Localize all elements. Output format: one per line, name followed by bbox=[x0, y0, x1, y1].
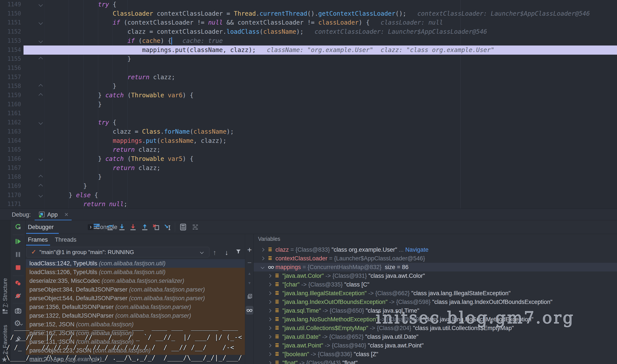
chevron-expanded-icon[interactable] bbox=[261, 265, 265, 269]
variable-row[interactable]: "java.lang.IndexOutOfBoundsException" ->… bbox=[254, 298, 617, 306]
chevron-collapsed-icon[interactable] bbox=[268, 318, 271, 321]
chevron-collapsed-icon[interactable] bbox=[268, 326, 271, 330]
variable-row[interactable]: "java.util.Date" -> {Class@652} "class j… bbox=[254, 332, 617, 341]
step-into-icon[interactable] bbox=[118, 223, 126, 231]
navigate-link[interactable]: Navigate bbox=[405, 247, 429, 253]
line-number[interactable]: 1150 bbox=[7, 9, 21, 18]
step-out-icon[interactable] bbox=[141, 223, 149, 231]
structure-icon[interactable] bbox=[3, 309, 8, 314]
code-line[interactable]: return clazz; bbox=[54, 145, 160, 154]
run-to-cursor-icon[interactable] bbox=[164, 223, 171, 231]
code-line[interactable]: if (contextClassLoader != null && contex… bbox=[54, 18, 443, 27]
chevron-collapsed-icon[interactable] bbox=[268, 291, 271, 295]
view-breakpoints-icon[interactable] bbox=[14, 280, 22, 287]
fold-marker-icon[interactable] bbox=[39, 39, 43, 43]
code-line[interactable]: } bbox=[54, 100, 102, 109]
stack-frame-row[interactable]: parseObject:544, DefaultJSONParser (com.… bbox=[26, 294, 245, 303]
line-number[interactable]: 1168 bbox=[7, 172, 21, 182]
code-line[interactable]: mappings.put(className, clazz); classNam… bbox=[54, 46, 494, 55]
variables-panel[interactable]: Variables clazz = {Class@833} "class org… bbox=[254, 234, 617, 364]
line-number[interactable]: 1164 bbox=[7, 136, 21, 145]
chevron-collapsed-icon[interactable] bbox=[268, 344, 271, 348]
chevron-collapsed-icon[interactable] bbox=[268, 283, 271, 286]
scroll-down-icon[interactable]: ▼ bbox=[245, 281, 254, 286]
code-line[interactable]: return null; bbox=[54, 200, 127, 209]
code-line[interactable]: } bbox=[54, 172, 102, 182]
variable-row[interactable]: "[boolean" -> {Class@336} "class [Z" bbox=[254, 350, 617, 359]
chevron-collapsed-icon[interactable] bbox=[268, 352, 271, 356]
code-line[interactable]: ClassLoader contextClassLoader = Thread.… bbox=[54, 9, 590, 18]
force-step-into-icon[interactable] bbox=[129, 223, 137, 231]
tab-threads[interactable]: Threads bbox=[55, 234, 77, 246]
line-number[interactable]: 1159 bbox=[7, 91, 21, 100]
chevron-collapsed-icon[interactable] bbox=[268, 335, 271, 339]
fold-marker-icon[interactable] bbox=[39, 2, 43, 7]
rerun-icon[interactable] bbox=[14, 223, 22, 230]
stack-frame-row[interactable]: loadClass:1206, TypeUtils (com.alibaba.f… bbox=[26, 268, 245, 276]
watches-toggle[interactable] bbox=[245, 306, 253, 315]
fold-marker-icon[interactable] bbox=[39, 57, 43, 61]
fold-marker-icon[interactable] bbox=[39, 20, 43, 25]
pause-icon[interactable] bbox=[14, 251, 22, 258]
chevron-collapsed-icon[interactable] bbox=[268, 274, 271, 278]
chevron-collapsed-icon[interactable] bbox=[268, 300, 271, 304]
code-line[interactable]: } bbox=[54, 182, 87, 191]
line-number[interactable]: 1166 bbox=[7, 154, 21, 164]
variable-row[interactable]: "java.awt.Color" -> {Class@931} "class j… bbox=[254, 272, 617, 280]
code-line[interactable]: clazz = Class.forName(className); bbox=[54, 127, 234, 136]
fold-marker-icon[interactable] bbox=[39, 120, 43, 125]
copy-stack-icon[interactable] bbox=[247, 293, 253, 299]
code-line[interactable]: } catch (Throwable var5) { bbox=[54, 154, 193, 164]
sidebar-item-structure[interactable]: 7: Structure bbox=[2, 278, 9, 307]
chevron-collapsed-icon[interactable] bbox=[261, 257, 265, 260]
line-number[interactable]: 1156 bbox=[7, 64, 21, 73]
chevron-collapsed-icon[interactable] bbox=[268, 361, 271, 364]
fold-marker-icon[interactable] bbox=[39, 84, 43, 88]
line-number[interactable]: 1160 bbox=[7, 100, 21, 109]
line-number[interactable]: 1153 bbox=[7, 36, 21, 46]
close-icon[interactable]: ✕ bbox=[64, 209, 69, 221]
tab-frames[interactable]: Frames bbox=[28, 234, 48, 246]
stack-frame-row[interactable]: loadClass:1242, TypeUtils (com.alibaba.f… bbox=[26, 259, 245, 268]
add-watch-icon[interactable]: + bbox=[245, 245, 254, 255]
code-line[interactable]: return clazz; bbox=[54, 73, 175, 82]
line-number[interactable]: 1167 bbox=[7, 164, 21, 173]
remove-watch-icon[interactable]: − bbox=[245, 259, 254, 267]
line-number[interactable]: 1162 bbox=[7, 118, 21, 127]
chevron-collapsed-icon[interactable] bbox=[268, 309, 271, 313]
fold-marker-icon[interactable] bbox=[39, 157, 43, 161]
code-line[interactable]: if (cache) { cache: true bbox=[54, 36, 223, 46]
line-number[interactable]: 1158 bbox=[7, 82, 21, 91]
code-line[interactable]: clazz = contextClassLoader.loadClass(cla… bbox=[54, 27, 487, 36]
resume-icon[interactable] bbox=[14, 238, 22, 245]
line-number[interactable]: 1152 bbox=[7, 27, 21, 36]
mute-breakpoints-icon[interactable] bbox=[14, 292, 22, 299]
line-number[interactable]: 1169 bbox=[7, 182, 21, 191]
next-frame-icon[interactable]: ↓ bbox=[225, 249, 228, 257]
stop-icon[interactable] bbox=[14, 264, 22, 271]
tab-debugger[interactable]: Debugger bbox=[28, 220, 54, 234]
line-number[interactable]: 1163 bbox=[7, 127, 21, 136]
code-line[interactable]: } catch (Throwable var6) { bbox=[54, 91, 193, 100]
tab-app-session[interactable]: App ✕ bbox=[35, 209, 72, 221]
code-line[interactable]: } bbox=[54, 54, 131, 64]
variable-row[interactable]: mappings = {ConcurrentHashMap@832} size … bbox=[254, 263, 617, 272]
fold-marker-icon[interactable] bbox=[39, 184, 43, 188]
show-execution-point-icon[interactable] bbox=[94, 224, 100, 230]
line-number[interactable]: 1157 bbox=[7, 73, 21, 82]
scroll-up-icon[interactable]: ▲ bbox=[245, 272, 254, 276]
camera-icon[interactable] bbox=[14, 307, 22, 314]
line-number[interactable]: 1171 bbox=[7, 200, 21, 209]
layout-settings-icon[interactable] bbox=[191, 223, 199, 231]
code-line[interactable]: } else { bbox=[54, 191, 98, 200]
variable-row[interactable]: contextClassLoader = {Launcher$AppClassL… bbox=[254, 254, 617, 263]
code-editor[interactable]: 1149115011511152115311541155115611571158… bbox=[0, 0, 617, 208]
evaluate-expression-icon[interactable] bbox=[179, 223, 187, 231]
variable-row[interactable]: "float" -> {Class@943} "float" bbox=[254, 359, 617, 364]
code-line[interactable]: return clazz; bbox=[54, 164, 160, 173]
line-number[interactable]: 1165 bbox=[7, 145, 21, 154]
fold-marker-icon[interactable] bbox=[39, 93, 43, 98]
line-number[interactable]: 1154 bbox=[7, 46, 21, 55]
line-number[interactable]: 1155 bbox=[7, 54, 21, 64]
stack-frame-row[interactable]: parseObject:384, DefaultJSONParser (com.… bbox=[26, 285, 245, 294]
